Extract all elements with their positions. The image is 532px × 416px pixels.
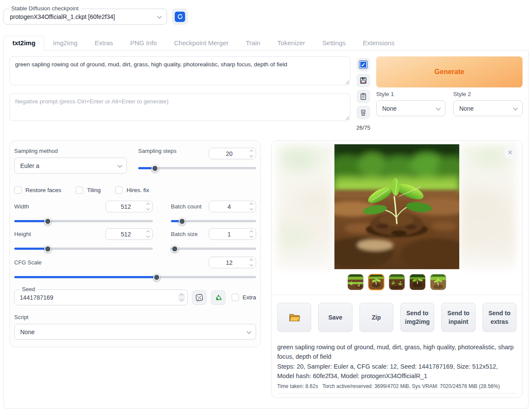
recycle-icon — [214, 293, 223, 301]
negative-prompt-input[interactable] — [9, 93, 350, 121]
generate-button[interactable]: Generate — [376, 56, 523, 87]
tab-train[interactable]: Train — [237, 36, 269, 50]
restore-faces-checkbox[interactable]: Restore faces — [14, 186, 61, 194]
dice-icon — [195, 293, 204, 302]
stepper-arrows-icon[interactable] — [249, 259, 256, 266]
apply-style-button[interactable] — [357, 90, 370, 103]
chevron-down-icon — [247, 329, 251, 333]
checkpoint-value: protogenX34OfficialR_1.ckpt [60fe2f34] — [10, 13, 115, 20]
zip-button[interactable]: Zip — [359, 303, 393, 332]
generated-image[interactable] — [334, 144, 459, 269]
tab-settings[interactable]: Settings — [314, 36, 354, 50]
style1-label: Style 1 — [376, 91, 445, 97]
tiling-checkbox[interactable]: Tiling — [76, 186, 101, 194]
checkbox-icon — [115, 186, 123, 194]
script-label: Script — [14, 314, 256, 320]
style1-dropdown[interactable]: None — [376, 100, 445, 116]
thumbnail-5[interactable] — [430, 274, 446, 290]
slider-knob[interactable] — [171, 245, 178, 252]
thumbnail-2-selected[interactable] — [368, 274, 384, 290]
seed-field[interactable]: Seed — [14, 289, 188, 305]
thumbnail-3[interactable] — [389, 274, 405, 290]
tab-txt2img[interactable]: txt2img — [3, 36, 44, 50]
tab-tokenizer[interactable]: Tokenizer — [269, 36, 314, 50]
style2-dropdown[interactable]: None — [453, 100, 523, 116]
slider-knob[interactable] — [179, 218, 186, 225]
read-parameters-button[interactable]: ✓ — [357, 58, 370, 71]
slider-knob[interactable] — [44, 245, 51, 252]
extra-seed-checkbox[interactable]: Extra — [232, 294, 256, 301]
width-label: Width — [14, 203, 29, 210]
script-dropdown[interactable]: None — [14, 324, 256, 340]
stepper-arrows-icon[interactable] — [146, 203, 152, 210]
batch-count-input[interactable] — [209, 201, 256, 212]
send-to-inpaint-button[interactable]: Send to inpaint — [441, 303, 475, 332]
generation-settings-panel: Sampling method Euler a Sampling steps — [9, 140, 261, 347]
style2-value: None — [459, 105, 473, 112]
extra-label: Extra — [242, 294, 256, 301]
chevron-down-icon — [118, 162, 122, 167]
divider — [277, 393, 517, 397]
tab-checkpoint-merger[interactable]: Checkpoint Merger — [165, 36, 237, 50]
thumbnail-4[interactable] — [409, 274, 426, 290]
info-params-text: Steps: 20, Sampler: Euler a, CFG scale: … — [277, 362, 517, 381]
sampling-method-label: Sampling method — [14, 148, 127, 154]
gallery-backdrop — [277, 144, 334, 269]
stepper-arrows-icon[interactable] — [146, 231, 152, 237]
tab-extras[interactable]: Extras — [86, 36, 122, 50]
output-panel: × — [271, 140, 523, 398]
checkbox-icon — [14, 186, 22, 194]
send-to-extras-button[interactable]: Send to extras — [483, 303, 517, 332]
checkpoint-dropdown[interactable]: Stable Diffusion checkpoint protogenX34O… — [3, 9, 167, 25]
tab-png-info[interactable]: PNG Info — [122, 36, 166, 50]
width-slider[interactable] — [14, 220, 153, 222]
send-to-img2img-button[interactable]: Send to img2img — [400, 303, 434, 332]
refresh-checkpoint-button[interactable] — [172, 9, 188, 25]
batch-size-input[interactable] — [209, 228, 256, 240]
token-counter: 26/75 — [356, 124, 371, 131]
cfg-scale-input[interactable] — [209, 257, 256, 268]
sampling-method-dropdown[interactable]: Euler a — [14, 158, 127, 174]
vram-usage: Torch active/reserved: 3699/4702 MiB, Sy… — [322, 383, 500, 389]
save-button[interactable]: Save — [318, 303, 352, 332]
slider-knob[interactable] — [152, 165, 158, 172]
seed-input[interactable] — [15, 294, 178, 301]
slider-knob[interactable] — [44, 218, 51, 225]
batch-size-slider[interactable] — [171, 248, 256, 250]
open-folder-button[interactable] — [277, 303, 311, 332]
trash-icon — [359, 109, 367, 116]
sampling-steps-input[interactable] — [209, 148, 256, 159]
tab-img2img[interactable]: img2img — [44, 36, 86, 50]
stepper-arrows-icon[interactable] — [249, 231, 256, 237]
random-seed-button[interactable] — [192, 290, 207, 305]
checkbox-icon — [76, 186, 83, 194]
sampling-steps-slider[interactable] — [138, 167, 256, 169]
style1-value: None — [382, 105, 396, 112]
batch-count-slider[interactable] — [171, 220, 256, 222]
slider-knob[interactable] — [153, 274, 160, 281]
hires-fix-checkbox[interactable]: Hires. fix — [115, 186, 149, 194]
check-icon: ✓ — [359, 60, 368, 69]
info-time-text: Time taken: 8.62sTorch active/reserved: … — [277, 383, 517, 389]
restore-faces-label: Restore faces — [25, 187, 61, 193]
prompt-input[interactable]: green sapling rowing out of ground, mud,… — [9, 56, 350, 85]
reuse-seed-button[interactable] — [211, 290, 226, 305]
gallery-actions: Save Zip Send to img2img Send to inpaint… — [272, 295, 522, 337]
sampling-steps-label: Sampling steps — [138, 148, 176, 154]
clear-prompt-button[interactable] — [357, 106, 370, 119]
tab-extensions[interactable]: Extensions — [354, 36, 403, 50]
cfg-scale-slider[interactable] — [14, 276, 256, 278]
style2-label: Style 2 — [453, 91, 523, 97]
height-input[interactable] — [105, 228, 153, 240]
save-style-button[interactable] — [357, 74, 370, 87]
sampling-method-value: Euler a — [20, 162, 39, 169]
stepper-arrows-icon[interactable] — [178, 293, 185, 302]
hires-fix-label: Hires. fix — [127, 187, 149, 193]
stepper-arrows-icon[interactable] — [249, 203, 256, 210]
stepper-arrows-icon[interactable] — [249, 150, 256, 157]
tiling-label: Tiling — [87, 187, 101, 193]
height-slider[interactable] — [14, 248, 153, 250]
thumbnail-1[interactable] — [347, 274, 364, 290]
close-icon[interactable]: × — [504, 147, 516, 158]
width-input[interactable] — [105, 201, 153, 212]
